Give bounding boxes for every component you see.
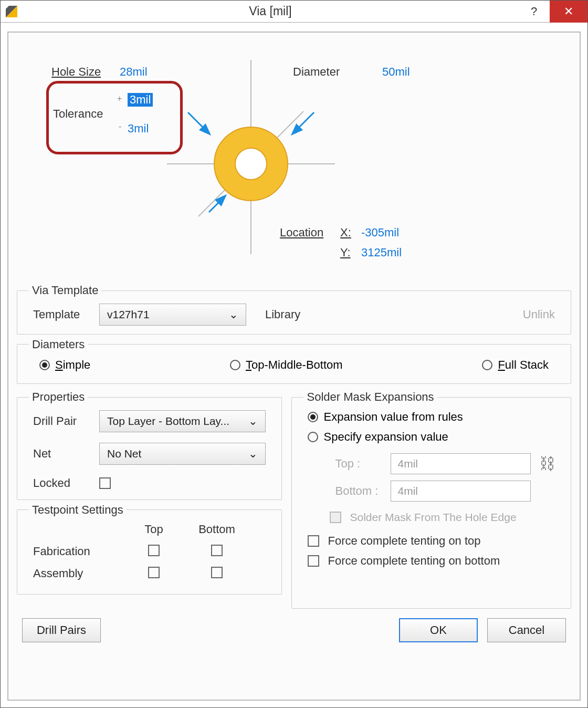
diagram-section: Hole Size 28mil Tolerance + 3mil - 3mil … [15, 39, 573, 280]
drill-pair-value: Top Layer - Bottom Lay... [107, 415, 229, 428]
tent-top-checkbox[interactable] [308, 535, 319, 547]
diameter-value[interactable]: 50mil [382, 65, 410, 79]
help-button[interactable]: ? [518, 1, 550, 23]
solder-mask-group: Solder Mask Expansions Expansion value f… [291, 390, 571, 609]
testpoint-bottom-header: Bottom [185, 523, 248, 536]
sm-top-label: Top : [335, 457, 382, 471]
tent-bottom-label: Force complete tenting on bottom [328, 554, 500, 568]
template-label: Template [33, 308, 91, 321]
testpoint-legend: Testpoint Settings [29, 503, 127, 517]
svg-line-5 [188, 112, 209, 133]
tolerance-highlight [46, 81, 183, 154]
app-icon [6, 6, 17, 17]
close-button[interactable]: ✕ [550, 1, 587, 23]
ok-button[interactable]: OK [399, 618, 478, 642]
title-buttons: ? ✕ [518, 1, 587, 23]
radio-specify-expansion[interactable]: Specify expansion value [308, 430, 448, 444]
drill-pair-select[interactable]: Top Layer - Bottom Lay... ⌄ [99, 410, 266, 432]
via-template-group: Via Template Template v127h71 ⌄ Library … [17, 284, 571, 335]
properties-group: Properties Drill Pair Top Layer - Bottom… [17, 390, 282, 500]
net-select[interactable]: No Net ⌄ [99, 443, 266, 465]
via-dialog: Via [mil] ? ✕ Hole Size 28mil Tolerance … [0, 0, 588, 708]
y-value[interactable]: 3125mil [361, 246, 402, 259]
radio-expansion-from-rules[interactable]: Expansion value from rules [308, 410, 463, 424]
sm-top-input[interactable]: 4mil [391, 453, 531, 474]
drill-pairs-button[interactable]: Drill Pairs [22, 618, 101, 642]
sm-from-hole-edge-label: Solder Mask From The Hole Edge [350, 511, 516, 524]
x-value[interactable]: -305mil [361, 226, 399, 240]
net-value: No Net [107, 447, 141, 460]
chain-icon[interactable]: ⛓ [539, 456, 555, 471]
radio-full-stack[interactable]: Full Stack [482, 358, 549, 372]
dialog-body: Hole Size 28mil Tolerance + 3mil - 3mil … [7, 32, 581, 701]
dialog-buttons: Drill Pairs OK Cancel [15, 612, 573, 642]
locked-label: Locked [33, 476, 91, 490]
assembly-bottom-checkbox[interactable] [211, 567, 223, 578]
chevron-down-icon: ⌄ [248, 447, 258, 460]
title-bar: Via [mil] ? ✕ [1, 1, 587, 23]
via-template-legend: Via Template [29, 284, 101, 297]
unlink-button[interactable]: Unlink [523, 308, 555, 321]
radio-simple[interactable]: SSimpleimple [39, 358, 90, 372]
tent-bottom-checkbox[interactable] [308, 555, 319, 567]
properties-legend: Properties [29, 390, 88, 404]
hole-size-value[interactable]: 28mil [120, 65, 148, 79]
y-label: Y: [340, 246, 351, 259]
location-label: Location [280, 226, 323, 240]
assembly-top-checkbox[interactable] [148, 567, 160, 578]
hole-size-label: Hole Size [51, 65, 101, 79]
chevron-down-icon: ⌄ [248, 415, 258, 428]
chevron-down-icon: ⌄ [229, 308, 238, 321]
window-title: Via [mil] [23, 4, 518, 18]
fabrication-bottom-checkbox[interactable] [211, 545, 223, 556]
template-value: v127h71 [107, 308, 150, 321]
svg-line-6 [293, 112, 314, 133]
diameters-legend: Diameters [29, 338, 88, 351]
radio-top-middle-bottom[interactable]: Top-Middle-Bottom [230, 358, 343, 372]
sm-from-hole-edge-checkbox [330, 512, 341, 523]
tent-top-label: Force complete tenting on top [328, 534, 480, 548]
testpoint-top-header: Top [122, 523, 185, 536]
sm-bottom-input[interactable]: 4mil [391, 481, 531, 502]
sm-bottom-label: Bottom : [335, 484, 382, 498]
x-label: X: [340, 226, 351, 240]
template-select[interactable]: v127h71 ⌄ [99, 304, 246, 326]
assembly-label: Assembly [33, 567, 122, 580]
net-label: Net [33, 447, 91, 461]
fabrication-label: Fabrication [33, 545, 122, 558]
diameters-group: Diameters SSimpleimple Top-Middle-Bottom… [17, 338, 571, 384]
testpoint-group: Testpoint Settings Top Bottom Fabricatio… [17, 503, 282, 595]
svg-line-7 [209, 196, 225, 212]
solder-mask-legend: Solder Mask Expansions [303, 390, 437, 404]
cancel-button[interactable]: Cancel [487, 618, 566, 642]
drill-pair-label: Drill Pair [33, 414, 91, 428]
library-label: Library [265, 308, 300, 321]
locked-checkbox[interactable] [99, 477, 111, 489]
fabrication-top-checkbox[interactable] [148, 545, 160, 556]
